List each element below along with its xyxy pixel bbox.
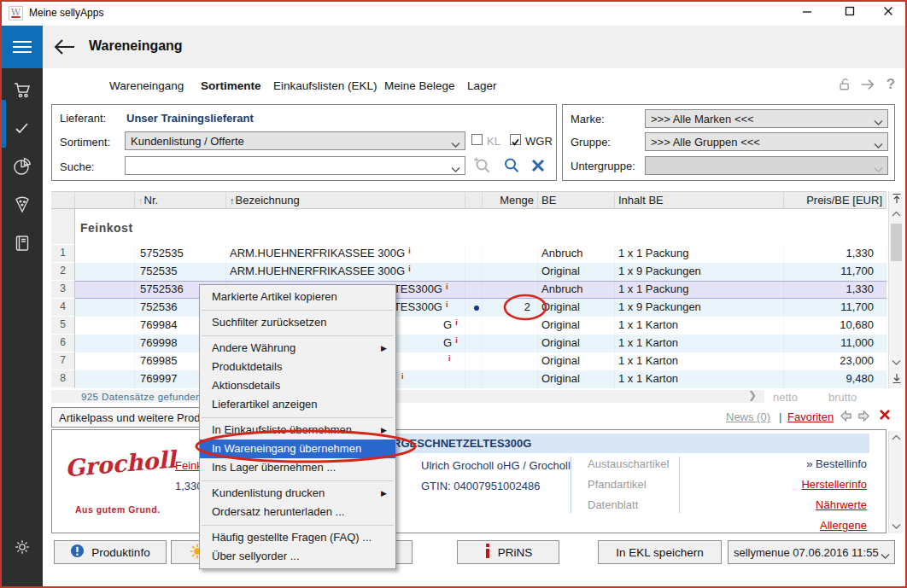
column-header-menge[interactable]: Menge [483, 191, 538, 209]
scroll-pin-bottom-icon[interactable] [889, 373, 904, 386]
menu-item-aktionsdetails[interactable]: Aktionsdetails [200, 376, 395, 395]
brutto-toggle[interactable]: brutto [828, 391, 857, 404]
info-marker-icon[interactable]: i [455, 318, 458, 327]
table-scrollbar[interactable] [888, 191, 904, 388]
column-header-bez[interactable]: ↑Bezeichnung [226, 191, 465, 209]
gruppe-select[interactable]: >>> Alle Gruppen <<< [645, 132, 888, 151]
panel-divider [679, 457, 680, 513]
sort-arrow-icon: ↑ [230, 195, 235, 206]
prev-article-icon[interactable] [839, 409, 853, 427]
sortiment-select[interactable]: Kundenlistung / Offerte [125, 131, 465, 150]
scroll-down-icon[interactable] [889, 358, 904, 368]
info-marker-icon[interactable]: i [446, 282, 448, 291]
chevron-down-icon [874, 163, 883, 175]
record-count: 925 Datensätze gefunden [81, 392, 202, 402]
produktinfo-button[interactable]: Produktinfo [54, 540, 167, 564]
menu-item-h-ufig-gestellte-fragen-faq[interactable]: Häufig gestellte Fragen (FAQ) ... [200, 528, 395, 547]
table-row[interactable]: 8769997iOriginal1 x 1 Karton9,480 [51, 370, 887, 388]
menu-separator [200, 414, 395, 421]
tab-meine-belege[interactable]: Meine Belege [384, 79, 455, 92]
table-row[interactable]: 4752536ARM.HUEHNERGESCHNETZELTES300Gi2Or… [51, 299, 887, 317]
table-row[interactable]: 35752536ARM.HUEHNERGESCHNETZELTES300GiAn… [51, 281, 887, 299]
menu-item-suchfilter-zur-cksetzen[interactable]: Suchfilter zurücksetzen [200, 313, 395, 332]
column-header-nr[interactable]: ↑Nr. [135, 191, 226, 209]
ekl-speichern-button[interactable]: In EKL speichern [598, 540, 722, 564]
menu-item-andere-w-hrung[interactable]: Andere Währung▶ [200, 339, 395, 358]
scroll-right-icon[interactable]: ❯ [748, 389, 757, 401]
info-marker-icon[interactable]: i [455, 336, 458, 345]
scrollbar-thumb[interactable] [891, 224, 902, 261]
menu-item-ordersatz-herunterladen[interactable]: Ordersatz herunterladen ... [200, 503, 395, 521]
table-row[interactable]: 15752535ARM.HUEHNERFRIKASSEE 300GiAnbruc… [51, 245, 887, 263]
table-row[interactable]: 5769984GiOriginal1 x 1 Karton10,680 [51, 317, 887, 335]
sellymenue-select[interactable]: sellymenue 07.06.2016 11:55 [728, 540, 895, 564]
info-link-allergene[interactable]: Allergene [683, 519, 867, 539]
favoriten-link[interactable]: Favoriten [787, 410, 834, 423]
tab-sortimente[interactable]: Sortimente [201, 79, 261, 92]
kl-checkbox[interactable] [471, 134, 483, 145]
sidebar-item-check[interactable] [2, 110, 43, 148]
close-panel-icon[interactable] [878, 408, 892, 425]
menu-item-ber-sellyorder[interactable]: Über sellyorder ... [200, 547, 395, 566]
lock-icon[interactable] [835, 75, 854, 94]
clear-search-icon[interactable] [530, 157, 547, 178]
table-row[interactable]: 2752535ARM.HUEHNERFRIKASSEE 300GiOrigina… [51, 263, 887, 281]
netto-toggle[interactable]: netto [773, 391, 798, 404]
sidebar-item-pizza[interactable] [2, 187, 43, 225]
column-header-preis[interactable]: Preis/BE [EUR] [784, 191, 887, 209]
next-article-icon[interactable] [857, 409, 871, 427]
menu-item-in-einkaufsliste-bernehmen[interactable]: In Einkaufsliste übernehmen▶ [200, 421, 395, 440]
sidebar-item-settings[interactable] [2, 529, 43, 568]
scroll-up-icon[interactable] [889, 434, 904, 443]
sidebar-item-pie-chart[interactable] [2, 148, 43, 187]
minimize-button[interactable] [788, 0, 826, 26]
search-new-icon[interactable] [472, 155, 493, 179]
back-button[interactable] [51, 35, 77, 59]
menu-item-produktdetails[interactable]: Produktdetails [200, 358, 395, 376]
maximize-button[interactable] [831, 0, 869, 26]
menu-item-ins-lager-bernehmen[interactable]: Ins Lager übernehmen ... [200, 458, 395, 477]
menu-item-in-wareneingang-bernehmen[interactable]: In Wareneingang übernehmen [200, 440, 395, 458]
table-row[interactable]: 6769998GiOriginal1 x 1 Karton11,000 [51, 335, 887, 352]
pizza-icon [12, 195, 32, 218]
share-arrow-icon[interactable] [858, 75, 877, 94]
tab-wareneingang[interactable]: Wareneingang [109, 79, 184, 92]
menu-item-kundenlistung-drucken[interactable]: Kundenlistung drucken▶ [200, 484, 395, 503]
search-icon[interactable] [501, 155, 522, 179]
sidebar-item-cart[interactable] [2, 72, 43, 110]
info-link-herstellerinfo[interactable]: Herstellerinfo [683, 478, 867, 498]
panel-scrollbar[interactable] [888, 431, 904, 533]
info-marker-icon[interactable]: i [408, 265, 411, 273]
scroll-up-icon[interactable] [889, 210, 904, 219]
marke-select[interactable]: >>> Alle Marken <<< [645, 109, 888, 128]
header-menge-label: Menge [500, 194, 534, 207]
menu-item-lieferartikel-anzeigen[interactable]: Lieferartikel anzeigen [200, 395, 395, 414]
info-link-nährwerte[interactable]: Nährwerte [683, 498, 867, 519]
scroll-pin-top-icon[interactable] [889, 193, 904, 206]
bez-cell: ARM.HUEHNERFRIKASSEE 300Gi [226, 263, 465, 281]
wgr-checkbox[interactable] [510, 134, 521, 145]
prins-button[interactable]: PRiNS [457, 540, 559, 564]
info-marker-icon[interactable]: i [448, 354, 451, 363]
tab-einkaufslisten-ekl-[interactable]: Einkaufslisten (EKL) [273, 79, 377, 92]
help-icon[interactable]: ? [881, 75, 900, 94]
search-input[interactable] [125, 156, 465, 175]
news-link[interactable]: News (0) [726, 410, 770, 423]
menu-item-markierte-artikel-kopieren[interactable]: Markierte Artikel kopieren [200, 288, 395, 306]
gutter-cell: 7 [51, 352, 75, 370]
scroll-down-icon[interactable] [889, 522, 904, 532]
close-button[interactable] [869, 0, 907, 26]
table-row[interactable]: 7769985iOriginal1 x 1 Karton23,000 [51, 352, 887, 370]
sidebar-item-book[interactable] [2, 225, 43, 264]
info-marker-icon[interactable]: i [401, 372, 404, 381]
column-header-be[interactable]: BE [538, 191, 615, 209]
hamburger-menu-button[interactable] [2, 26, 43, 68]
article-attributes: AustauschartikelPfandartikelDatenblatt [588, 457, 669, 519]
info-marker-icon[interactable]: i [408, 247, 411, 255]
tab-lager[interactable]: Lager [467, 79, 497, 92]
column-header-inhalt[interactable]: Inhalt BE [615, 191, 784, 209]
info-marker-icon[interactable]: i [446, 300, 448, 309]
gruppe-label: Gruppe: [571, 136, 611, 148]
maximize-icon [844, 5, 856, 20]
info-link-bestellinfo[interactable]: » Bestellinfo [683, 457, 867, 478]
